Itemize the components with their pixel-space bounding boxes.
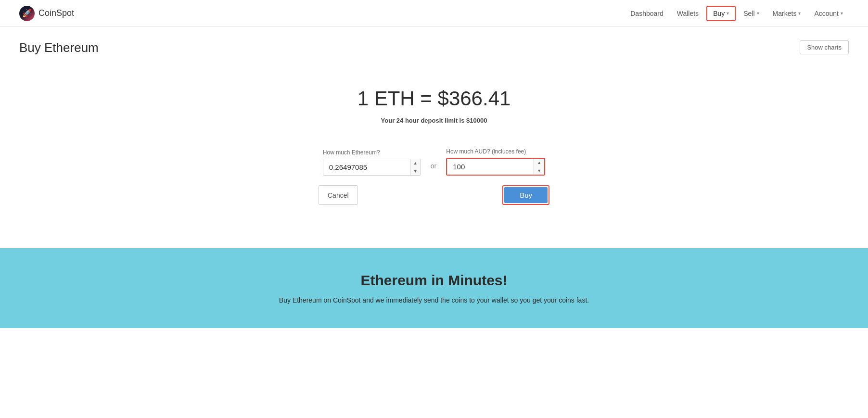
eth-spin-down-button[interactable]: ▼ [410,167,421,176]
cancel-button[interactable]: Cancel [319,185,358,205]
aud-spinner: ▲ ▼ [534,159,544,175]
eth-price-display: 1 ETH = $366.41 [357,87,511,110]
promo-title: Ethereum in Minutes! [19,272,849,289]
deposit-limit-text: Your 24 hour deposit limit is $10000 [381,117,487,124]
or-separator: or [431,162,436,176]
show-charts-button[interactable]: Show charts [800,40,849,54]
form-buttons-row: Cancel Buy [319,185,549,205]
page-title: Buy Ethereum [19,40,99,55]
main-content: 1 ETH = $366.41 Your 24 hour deposit lim… [0,63,868,219]
eth-amount-group: How much Ethereum? ▲ ▼ [323,149,421,176]
eth-spinner: ▲ ▼ [410,159,421,175]
buy-button[interactable]: Buy [504,187,548,203]
buy-form-row: How much Ethereum? ▲ ▼ or How much AUD? … [323,148,545,176]
aud-amount-input[interactable] [447,159,534,175]
brand-name: CoinSpot [38,8,74,18]
brand-logo[interactable]: 🚀 CoinSpot [19,6,74,21]
aud-label: How much AUD? (incluces fee) [446,148,545,155]
nav-item-account[interactable]: Account ▾ [808,7,849,20]
nav-item-buy[interactable]: Buy ▾ [706,6,736,21]
page-header: Buy Ethereum Show charts [0,27,868,63]
eth-spin-up-button[interactable]: ▲ [410,159,421,167]
buy-button-wrapper: Buy [502,185,549,205]
nav-menu: Dashboard Wallets Buy ▾ Sell ▾ Markets ▾… [625,6,849,21]
navbar: 🚀 CoinSpot Dashboard Wallets Buy ▾ Sell … [0,0,868,27]
aud-spin-up-button[interactable]: ▲ [534,159,544,167]
promo-text: Buy Ethereum on CoinSpot and we immediat… [266,296,602,304]
nav-item-sell[interactable]: Sell ▾ [738,7,765,20]
account-chevron-icon: ▾ [841,11,843,16]
sell-chevron-icon: ▾ [757,11,759,16]
aud-amount-group: How much AUD? (incluces fee) ▲ ▼ [446,148,545,176]
markets-chevron-icon: ▾ [798,11,801,16]
aud-spin-down-button[interactable]: ▼ [534,167,544,175]
eth-label: How much Ethereum? [323,149,421,156]
brand-icon: 🚀 [19,6,35,21]
nav-item-markets[interactable]: Markets ▾ [767,7,807,20]
aud-input-wrapper: ▲ ▼ [446,158,545,176]
eth-amount-input[interactable] [323,159,410,175]
eth-input-wrapper: ▲ ▼ [323,159,421,176]
nav-item-dashboard[interactable]: Dashboard [625,7,669,20]
promo-section: Ethereum in Minutes! Buy Ethereum on Coi… [0,248,868,328]
nav-item-wallets[interactable]: Wallets [671,7,704,20]
buy-chevron-icon: ▾ [727,11,729,16]
